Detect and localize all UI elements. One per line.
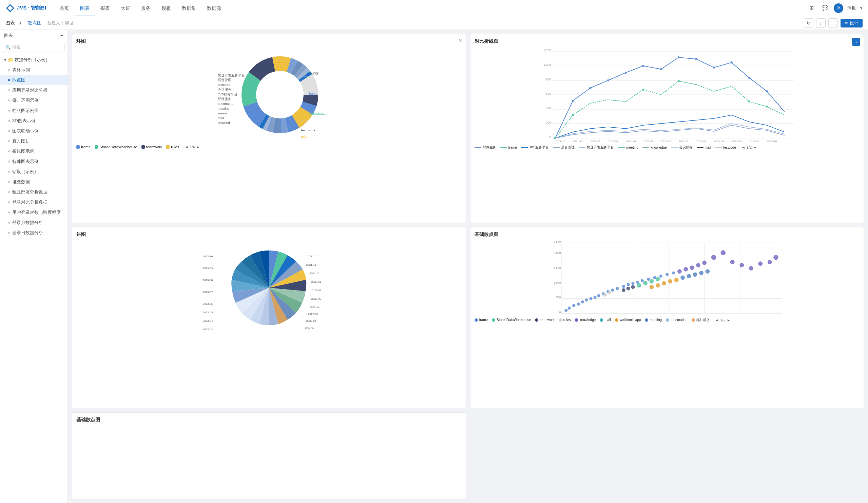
line-download-button[interactable]: ↓ (852, 38, 860, 46)
sidebar-item-login-analysis[interactable]: 应用登录对比分析 (0, 85, 68, 95)
scatter-legend-prev[interactable]: ◄ (715, 318, 719, 322)
nav-charts[interactable]: 图表 (75, 0, 95, 16)
search-box[interactable]: 🔍 搜索 (3, 43, 65, 52)
scatter-chart-card-1: 基础散点图 0 500 1,000 1,500 2,000 2,500 (470, 227, 864, 409)
add-chart-button[interactable]: + (18, 20, 23, 26)
user-name[interactable]: 浮世 (847, 5, 856, 11)
svg-point-61 (589, 87, 591, 89)
app-logo[interactable]: JVS · 智能BI (6, 3, 46, 13)
legend-devplatform: 快速开发服务平台 (579, 145, 614, 150)
nav-screen[interactable]: 大屏 (115, 0, 136, 16)
nav-right-actions: ⊞ 💬 浮 浮世 ▾ (807, 3, 862, 13)
legend-label: weixinminiapp (620, 318, 641, 322)
sidebar-item-login-compare[interactable]: 登录对比分析数据 (0, 197, 68, 208)
content-area: 环图 ✕ 快速开发服务平台 后台管理 testcode 会议服务 JVS服务平台… (68, 30, 868, 503)
grid-icon[interactable]: ⊞ (807, 3, 816, 13)
line-legend-prev[interactable]: ◄ (742, 145, 745, 149)
nav-service[interactable]: 服务 (136, 0, 156, 16)
dot-icon (8, 232, 10, 234)
dot-icon (8, 79, 10, 81)
legend-prev-button[interactable]: ◄ (185, 145, 188, 149)
sidebar-item-linked[interactable]: 图表联动示例 (0, 126, 68, 136)
nav-report[interactable]: 报表 (95, 0, 115, 16)
dot-icon (8, 201, 10, 203)
download-button[interactable]: ↓ (816, 18, 826, 28)
svg-point-146 (643, 281, 648, 285)
svg-point-140 (647, 278, 650, 281)
svg-point-23 (261, 77, 298, 113)
legend-color (475, 318, 478, 322)
dot-icon (8, 110, 10, 112)
dot-icon (8, 171, 10, 173)
chevron-down-icon[interactable]: ▾ (860, 6, 862, 11)
legend-meeting-line: meeting (618, 145, 638, 149)
svg-text:2022-01: 2022-01 (311, 280, 322, 283)
sidebar-item-line[interactable]: 折线图示例 (0, 146, 68, 157)
fullscreen-button[interactable]: ⛶ (828, 18, 838, 28)
folder-icon: 📁 (8, 57, 13, 62)
svg-text:StoredDa...: StoredDa... (309, 112, 326, 115)
scatter-legend-next[interactable]: ► (727, 318, 731, 322)
sidebar-item-3d[interactable]: 3D图表示例 (0, 116, 68, 126)
legend-label: StoredDataWarehouse (100, 145, 137, 149)
sidebar-item-monthly[interactable]: 登录月数据分析 (0, 218, 68, 228)
svg-text:后台管理: 后台管理 (218, 78, 231, 82)
sidebar-item-pie[interactable]: 饼、环图示例 (0, 95, 68, 105)
legend-navigation: ◄ 1/4 ► (185, 145, 200, 149)
svg-point-160 (721, 250, 725, 255)
svg-point-170 (668, 279, 672, 283)
sidebar-item-deploy[interactable]: 独立部署分析数据 (0, 187, 68, 197)
toolbar-right: ↻ ↓ ⛶ ✏ 设计 (804, 18, 862, 28)
svg-text:0: 0 (559, 311, 561, 314)
sidebar-item-special[interactable]: 特殊图表示例 (0, 157, 68, 167)
svg-text:快速开发服务平台: 快速开发服务平台 (217, 73, 245, 77)
svg-text:2022-07: 2022-07 (304, 326, 315, 329)
chat-icon[interactable]: 💬 (820, 3, 830, 13)
svg-point-133 (611, 289, 614, 292)
svg-text:1,000: 1,000 (544, 63, 551, 67)
sidebar-item-bar[interactable]: 柱状图示例图 (0, 105, 68, 116)
folder-item-data-analysis[interactable]: ▾ 📁 数据分析（示例） (0, 55, 68, 65)
design-button[interactable]: ✏ 设计 (840, 19, 862, 28)
legend-stored: StoredDataWarehouse (95, 145, 137, 149)
svg-text:2022-03: 2022-03 (311, 297, 322, 300)
sidebar-item-daily[interactable]: 登录日数据分析 (0, 228, 68, 238)
legend-label: 邮件服务 (696, 318, 710, 322)
sidebar-item-table[interactable]: 表格示例 (0, 65, 68, 75)
sidebar-item-scatter[interactable]: 散点图 (0, 75, 68, 85)
scatter-legend-weixin: weixinminiapp (615, 318, 641, 322)
sidebar-header: 图表 + (0, 30, 68, 41)
avatar[interactable]: 浮 (834, 3, 843, 13)
legend-frame-line: frame (500, 145, 517, 149)
dot-icon (8, 211, 10, 213)
svg-point-147 (649, 279, 654, 283)
svg-text:2021-11: 2021-11 (306, 263, 317, 266)
sidebar-item-drill[interactable]: 钻取（示例） (0, 167, 68, 177)
legend-jvs: JVS服务平台 (521, 145, 549, 150)
nav-dataset[interactable]: 数据集 (176, 0, 202, 16)
svg-text:mail: mail (218, 116, 224, 120)
nav-home[interactable]: 首页 (54, 0, 75, 16)
section-label: 图表 (6, 20, 15, 26)
legend-label: knowledge (579, 318, 596, 322)
add-icon[interactable]: + (60, 33, 63, 39)
sidebar-item-histogram[interactable]: 直方图1 (0, 136, 68, 146)
legend-label: knowledge (651, 145, 667, 149)
refresh-button[interactable]: ↻ (804, 18, 813, 28)
svg-text:2023-07: 2023-07 (203, 291, 213, 294)
legend-next-button[interactable]: ► (196, 145, 200, 149)
legend-label: mail (705, 145, 711, 149)
scatter-chart-title-1: 基础散点图 (475, 231, 860, 238)
svg-text:2023-08: 2023-08 (203, 279, 213, 282)
line-legend-page: 1/2 (746, 145, 752, 149)
nav-datasource[interactable]: 数据源 (202, 0, 227, 16)
line-legend-next[interactable]: ► (753, 145, 757, 149)
legend-color (492, 318, 495, 322)
donut-close-button[interactable]: ✕ (458, 38, 462, 43)
sidebar-item-stacked[interactable]: 堆叠数据 (0, 177, 68, 187)
sidebar-item-user-login[interactable]: 用户登录次数与跨度幅度 (0, 208, 68, 218)
svg-text:2021-10: 2021-10 (306, 255, 317, 258)
nav-template[interactable]: 模板 (156, 0, 176, 16)
legend-color (166, 145, 169, 149)
dot-icon (8, 89, 10, 91)
